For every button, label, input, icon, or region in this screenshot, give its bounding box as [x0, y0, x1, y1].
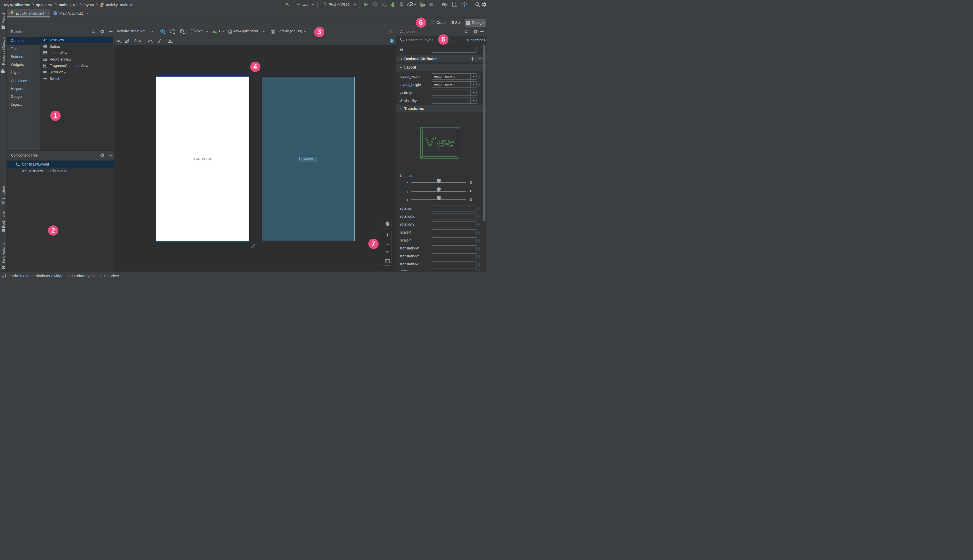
svg-text:<>: <> [10, 13, 12, 16]
svg-text:A: A [374, 3, 376, 6]
svg-text:View: View [425, 135, 454, 150]
svg-text:?: ? [391, 39, 393, 43]
svg-text:Ab: Ab [22, 169, 27, 173]
svg-text:<>: <> [100, 4, 103, 7]
svg-text:Ab: Ab [43, 38, 47, 42]
